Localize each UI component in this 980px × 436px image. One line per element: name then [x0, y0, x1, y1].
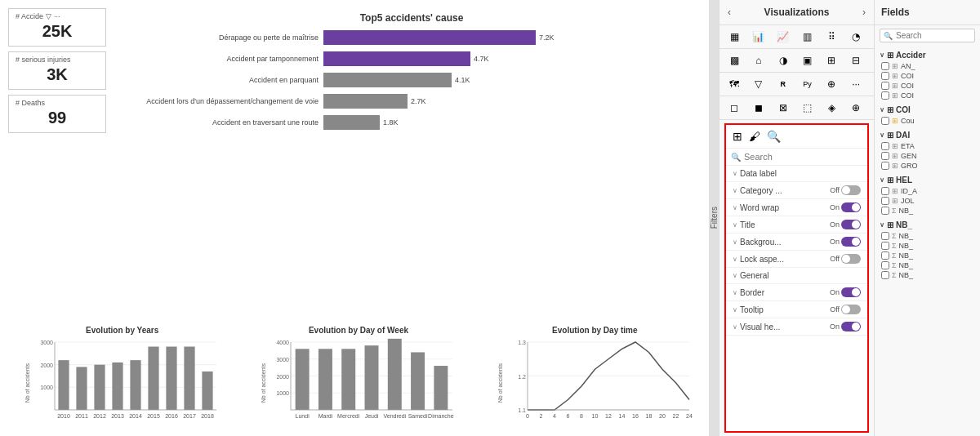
fields-group-header[interactable]: ∨ ⊞ NB_	[878, 219, 977, 231]
year-chart-svg: 3000200010002010201120122013201420152016…	[32, 338, 220, 428]
format-row[interactable]: ∨ Word wrapOn	[726, 199, 867, 216]
viz-icon-4-1[interactable]: ◻	[724, 100, 744, 116]
viz-icon-treemap[interactable]: ▩	[724, 52, 744, 69]
svg-text:2010: 2010	[57, 413, 70, 419]
field-icon-text: ⊞	[892, 82, 898, 90]
format-row[interactable]: ∨ BorderOn	[726, 284, 867, 301]
chart-by-daytime-title: Evolution by Day time	[552, 326, 637, 335]
viz-icon-scatter[interactable]: ⠿	[822, 29, 841, 45]
fields-group-header[interactable]: ∨ ⊞ Accider	[878, 49, 977, 61]
toggle-switch[interactable]	[841, 305, 861, 314]
toggle-control[interactable]: On	[830, 220, 861, 229]
filter-icon[interactable]: ▽	[46, 12, 51, 20]
fields-item-checkbox[interactable]	[881, 242, 889, 250]
fields-item-checkbox[interactable]	[881, 232, 889, 240]
viz-icon-more[interactable]: ···	[846, 76, 866, 92]
viz-icon-pie[interactable]: ◔	[846, 29, 866, 45]
toggle-switch[interactable]	[841, 185, 861, 195]
format-analytics-btn[interactable]: 🔍	[765, 128, 782, 145]
more-icon[interactable]: ···	[54, 12, 60, 20]
fields-item-checkbox[interactable]	[881, 142, 889, 150]
svg-text:6: 6	[566, 413, 569, 419]
viz-icon-4-2[interactable]: ◼	[749, 100, 768, 116]
format-row[interactable]: ∨ TitleOn	[726, 216, 867, 234]
format-search-input[interactable]	[744, 152, 862, 162]
viz-icon-4-4[interactable]: ⬚	[798, 100, 817, 116]
fields-item-checkbox[interactable]	[881, 187, 889, 195]
viz-icon-line[interactable]: 📈	[773, 29, 793, 45]
fields-item-checkbox[interactable]	[881, 152, 889, 160]
toggle-control[interactable]: On	[830, 287, 861, 297]
toggle-control[interactable]: Off	[830, 254, 861, 264]
viz-panel-right-arrow[interactable]: ›	[862, 7, 866, 18]
viz-panel-left-arrow[interactable]: ‹	[728, 7, 731, 18]
format-row[interactable]: ∨ TooltipOff	[726, 301, 867, 318]
format-row[interactable]: ∨ Visual he...On	[726, 318, 867, 336]
field-icon-sigma: Σ	[892, 251, 897, 260]
bar-container: 2.7K	[323, 94, 426, 109]
svg-rect-6	[59, 360, 69, 410]
fields-item-checkbox[interactable]	[881, 162, 889, 170]
bar-row: Dérapage ou perte de maîtrise7.2K	[122, 30, 701, 45]
fields-item-checkbox[interactable]	[881, 261, 889, 269]
fields-group-header[interactable]: ∨ ⊞ DAI	[878, 129, 977, 141]
fields-item-checkbox[interactable]	[881, 251, 889, 260]
viz-icon-py[interactable]: Py	[798, 76, 817, 92]
fields-group-header[interactable]: ∨ ⊞ COI	[878, 104, 977, 116]
toggle-control[interactable]: On	[830, 202, 861, 212]
fields-item-checkbox[interactable]	[881, 62, 889, 70]
toggle-switch[interactable]	[841, 202, 861, 212]
kpi-injuries-label: # serious injuries	[16, 56, 99, 64]
fields-search-input[interactable]	[896, 31, 980, 40]
fields-item-checkbox[interactable]	[881, 207, 889, 215]
viz-icon-bar[interactable]: 📊	[749, 29, 768, 45]
fields-item-checkbox[interactable]	[881, 117, 889, 125]
fields-item-checkbox[interactable]	[881, 72, 889, 80]
viz-icon-gauge[interactable]: ◑	[773, 52, 793, 69]
fields-group-header[interactable]: ∨ ⊞ HEL	[878, 174, 977, 186]
fields-item-checkbox[interactable]	[881, 271, 889, 279]
filters-bar[interactable]: Filters	[709, 0, 719, 436]
format-row[interactable]: ∨ Data label	[726, 166, 867, 182]
format-row-label: ∨ Border	[733, 288, 764, 297]
viz-icon-grid-2: ▩ ⌂ ◑ ▣ ⊞ ⊟	[719, 49, 874, 73]
fields-item-name: NB_	[899, 271, 914, 279]
fields-item-name: ETA	[901, 142, 915, 150]
viz-icon-stacked-bar[interactable]: ▦	[724, 29, 744, 45]
viz-icon-area[interactable]: ▥	[798, 29, 817, 45]
fields-item-checkbox[interactable]	[881, 82, 889, 90]
viz-icon-4-3[interactable]: ⊠	[773, 100, 793, 116]
format-row[interactable]: ∨ General	[726, 268, 867, 284]
viz-icon-map[interactable]: 🗺	[724, 76, 744, 92]
viz-icon-4-6[interactable]: ⊕	[846, 100, 866, 116]
kpi-injuries[interactable]: # serious injuries 3K	[8, 51, 106, 90]
format-row[interactable]: ∨ Lock aspe...Off	[726, 251, 867, 268]
kpi-accidents[interactable]: # Accide ▽ ··· 25K	[8, 8, 106, 47]
format-fields-btn[interactable]: ⊞	[731, 128, 744, 145]
viz-icon-funnel[interactable]: ⌂	[749, 52, 768, 69]
viz-icon-table[interactable]: ⊞	[822, 52, 841, 69]
toggle-switch[interactable]	[841, 237, 861, 247]
viz-icon-r[interactable]: R	[773, 76, 793, 92]
viz-icon-slicer[interactable]: ▽	[749, 76, 768, 92]
toggle-switch[interactable]	[841, 220, 861, 229]
viz-icon-4-5[interactable]: ◈	[822, 100, 841, 116]
viz-icon-card[interactable]: ▣	[798, 52, 817, 69]
format-paint-btn[interactable]: 🖌	[747, 128, 762, 145]
viz-icon-matrix[interactable]: ⊟	[846, 52, 866, 69]
toggle-control[interactable]: On	[830, 322, 861, 331]
toggle-switch[interactable]	[841, 287, 861, 297]
toggle-control[interactable]: Off	[830, 185, 861, 195]
bottom-charts: Evolution by Years Nb of accidents 30002…	[8, 326, 709, 428]
format-row[interactable]: ∨ Backgrou...On	[726, 234, 867, 251]
format-row[interactable]: ∨ Category ...Off	[726, 182, 867, 199]
fields-item-checkbox[interactable]	[881, 91, 889, 100]
viz-icon-custom[interactable]: ⊕	[822, 76, 841, 92]
svg-text:2000: 2000	[41, 363, 54, 368]
fields-item-checkbox[interactable]	[881, 197, 889, 205]
kpi-deaths[interactable]: # Deaths 99	[8, 95, 106, 133]
toggle-switch[interactable]	[841, 254, 861, 264]
toggle-control[interactable]: On	[830, 237, 861, 247]
toggle-switch[interactable]	[841, 322, 861, 331]
toggle-control[interactable]: Off	[830, 305, 861, 314]
